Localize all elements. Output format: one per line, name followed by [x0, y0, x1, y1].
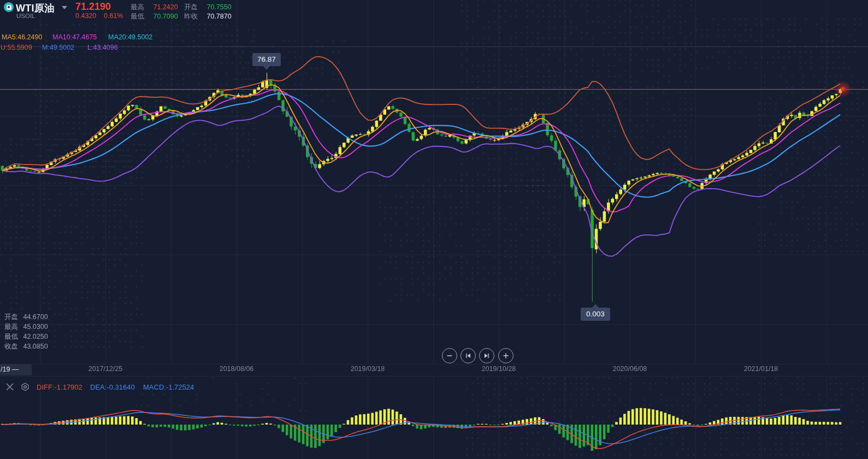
legend-ma20: MA20:49.5002	[108, 33, 152, 41]
ohlc-close-row: 收盘 43.0850	[4, 342, 48, 351]
legend-ma5: MA5:46.2490	[2, 33, 42, 41]
stat-low-value: 70.7090	[153, 13, 178, 20]
zoom-in-button[interactable]	[498, 348, 513, 363]
stat-open-value: 70.7550	[206, 3, 231, 11]
zoom-out-button[interactable]	[442, 348, 457, 363]
close-indicator-button[interactable]	[5, 382, 14, 391]
chevron-down-icon[interactable]	[62, 6, 67, 9]
stat-low-label: 最低	[131, 13, 146, 20]
stat-prevclose-label: 昨收	[184, 13, 199, 20]
x-axis-date: 2017/12/25	[88, 365, 123, 373]
stat-high-label: 最高	[131, 3, 146, 11]
crosshair-date-box: /19 —	[0, 364, 32, 375]
stat-prevclose: 昨收 70.7870	[184, 13, 232, 20]
instrument-logo-icon	[4, 2, 14, 12]
stat-low: 最低 70.7090	[131, 13, 178, 20]
legend-boll-lower: L:43.4096	[87, 44, 118, 51]
price-change-percent: 0.61%	[104, 12, 123, 20]
ohlc-high-row: 最高 45.0300	[4, 322, 48, 332]
ohlc-low-row: 最低 42.0250	[4, 332, 48, 342]
go-to-start-button[interactable]	[460, 348, 476, 363]
stat-open-label: 开盘	[184, 3, 199, 11]
ohlc-high-value: 45.0300	[23, 323, 48, 331]
legend-boll-upper: U:55.5909	[1, 44, 32, 51]
ohlc-low-label: 最低	[4, 333, 18, 340]
skip-to-end-icon	[483, 352, 490, 359]
last-price: 71.2190	[75, 1, 111, 13]
go-to-end-button[interactable]	[479, 348, 494, 363]
stat-open: 开盘 70.7550	[184, 3, 232, 11]
ohlc-open-row: 开盘 44.6700	[4, 313, 48, 322]
macd-dea-value: DEA:-0.31640	[90, 383, 135, 391]
close-icon	[5, 382, 14, 391]
stat-high-value: 71.2420	[153, 3, 178, 11]
x-axis-date: 2019/03/18	[351, 365, 385, 373]
trough-price-badge: 0.003	[581, 308, 610, 321]
plus-icon	[503, 352, 509, 359]
x-axis-date: 2019/10/28	[482, 365, 516, 373]
macd-macd-value: MACD:-1.72524	[143, 383, 194, 391]
price-change: 0.4320	[75, 12, 96, 20]
trading-app: { "header": { "symbol_name": "WTI原油", "s…	[0, 0, 868, 459]
stat-high: 最高 71.2420	[131, 3, 178, 11]
macd-diff-value: DIFF:-1.17902	[37, 383, 82, 391]
x-axis-date: 2020/06/08	[613, 365, 647, 373]
legend-ma10: MA10:47.4675	[52, 33, 97, 41]
ohlc-open-label: 开盘	[4, 313, 18, 321]
gear-icon	[20, 382, 30, 392]
peak-price-badge: 76.87	[252, 53, 281, 66]
ohlc-close-value: 43.0850	[23, 343, 48, 350]
x-axis-date: 2018/08/06	[220, 365, 254, 373]
badge-pointer	[592, 304, 599, 308]
minus-icon	[446, 352, 453, 359]
ohlc-high-label: 最高	[4, 323, 18, 331]
badge-pointer	[263, 66, 270, 70]
ohlc-open-value: 44.6700	[23, 313, 48, 321]
symbol-code: USOIL	[16, 13, 36, 19]
indicator-settings-button[interactable]	[20, 382, 30, 392]
ohlc-close-label: 收盘	[4, 343, 18, 350]
skip-to-start-icon	[465, 352, 471, 359]
legend-boll-mid: M:49.5002	[42, 44, 74, 51]
ohlc-low-value: 42.0250	[23, 333, 48, 340]
x-axis-date: 2021/01/18	[744, 365, 778, 373]
stat-prevclose-value: 70.7870	[206, 13, 231, 20]
